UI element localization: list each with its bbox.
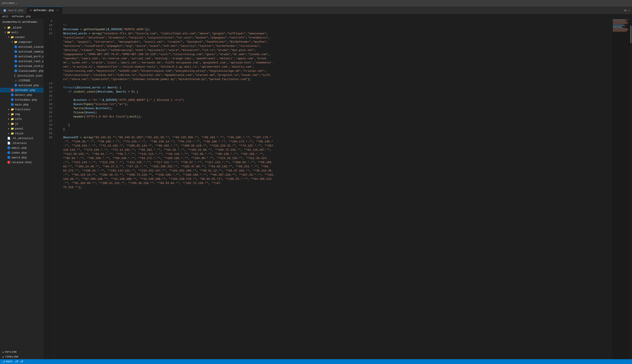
code-line-c16: "^85.64.*.*", "^85.250.*.*", "^89.138.*.… [58, 156, 612, 160]
tree-item-email[interactable]: 🔵 email.php [0, 146, 44, 150]
code-line-c12: .*", "^149.20.*.*", "^38.105.*.*", "^74.… [58, 140, 612, 144]
tree-item-defender[interactable]: 🔴 defender.php [0, 88, 44, 92]
tree-item-license[interactable]: ⚠ LICENSE [0, 78, 44, 83]
ln-c24 [48, 190, 52, 194]
file-classloader-icon: 🔵 [14, 69, 18, 72]
outline-header[interactable]: ▶ OUTLINE [0, 350, 44, 354]
ln-c15 [48, 152, 52, 156]
file-recaled-icon: 🔴 [7, 161, 11, 164]
timeline-header[interactable]: ▶ TIMELINE [0, 354, 44, 359]
ln-c4 [48, 48, 52, 52]
arrow-blank: ▶ [4, 26, 7, 29]
ln-c8 [48, 65, 52, 69]
outline-arrow: ▶ [3, 351, 5, 354]
arrow-js: ▶ [7, 122, 11, 125]
editor-content[interactable]: 9 10 11 12 13 14 15 16 17 [44, 19, 632, 359]
scrollbar-thumb[interactable] [630, 26, 631, 43]
tree-label-js: js [15, 122, 19, 126]
ln-c10 [48, 73, 52, 77]
file-main-icon: 🔵 [11, 103, 14, 106]
code-line-c15: "^212.50.193.*", "^69.65.*.*", "^50.7.*.… [58, 152, 612, 156]
tree-item-recaled[interactable]: 🔴 recaled.html [0, 160, 44, 165]
tab-defender[interactable]: ● defender.php × [27, 6, 63, 14]
folder-style-icon: 📁 [11, 132, 14, 135]
error-icon: ✕ [15, 360, 17, 363]
code-line-c18: 64.*", "^204.14.48.*", "^64.27.2.*", "^6… [58, 164, 612, 169]
tree-item-autoload-static[interactable]: 🔵 autoload_static.php [0, 64, 44, 68]
tree-item-style[interactable]: ▶ 📁 style [0, 131, 44, 136]
tree-item-htaccess[interactable]: 📄 .htaccess [0, 141, 44, 146]
tree-item-autoload-psr4[interactable]: 🔵 autoload_psr4.php [0, 54, 44, 59]
tree-item-autoload-real[interactable]: 🔵 autoload_real.php [0, 59, 44, 64]
tree-item-autoload-namesp[interactable]: 🔵 autoload_namesp... [0, 49, 44, 54]
ln-c12 [48, 140, 52, 144]
tabs-bar: ⬤ nword.php ● defender.php × ⊞ ⋯ [0, 6, 632, 14]
tree-item-info[interactable]: ▶ 📁 info [0, 116, 44, 122]
code-line-c10: "staircaseirony","stelkom.net","comrise.… [58, 73, 612, 77]
tree-item-nword[interactable]: 🔵 nword.php [0, 155, 44, 160]
code-line-15: if (substr_count($hostname, $word) > 0) … [58, 90, 612, 94]
more-actions-icon[interactable]: ⋯ [628, 8, 630, 12]
tree-label-autoload-namesp: autoload_namesp... [19, 50, 44, 54]
tree-item-installed-json[interactable]: { } installed.json [0, 73, 44, 78]
tree-label-autoload-real: autoload_real.php [19, 60, 44, 63]
timeline-arrow: ▶ [3, 356, 5, 358]
code-line-14: foreach($blocked_words as $word) { [58, 86, 612, 90]
code-line-c8: net','e-active.nl','downnotifier','onlin… [58, 65, 612, 69]
outline-label: OUTLINE [5, 351, 17, 353]
tree-item-index[interactable]: 🔵 index.php [0, 150, 44, 155]
code-line-c14: 126.144.*", "^173.194.*.*", "^72.14.192.… [58, 148, 612, 152]
tree-item-forbidden[interactable]: 🔵 forbidden.php [0, 97, 44, 102]
code-area: */ $hostname = gethostbyaddr($_SERVER['R… [55, 19, 612, 359]
breadcrumb-defender[interactable]: defender.php [12, 15, 31, 18]
tree-item-autoload[interactable]: 🔵 autoload.php [0, 83, 44, 88]
folder-anti-icon: 📂 [7, 31, 11, 34]
file-tree[interactable]: ▶ 📁 _blank ▼ 📂 anti ▼ 📂 vendor [0, 25, 44, 349]
tree-item-composer[interactable]: ▼ 📂 composer [0, 40, 44, 44]
tab-nword[interactable]: ⬤ nword.php [0, 6, 27, 14]
tab-nword-label: nword.php [8, 9, 23, 12]
tab-defender-label: defender.php [33, 9, 54, 12]
ln-c19 [48, 169, 52, 173]
vertical-scrollbar[interactable] [630, 19, 632, 359]
arrow-functions: ▶ [7, 108, 11, 111]
tree-item-vendor[interactable]: ▼ 📂 vendor [0, 35, 44, 40]
tree-label-main: main.php [15, 103, 29, 106]
tree-item-classloader[interactable]: 🔵 ClassLoader.php [0, 68, 44, 73]
tree-label-style: style [15, 132, 24, 135]
tree-item-js[interactable]: ▶ 📁 js [0, 122, 44, 126]
line-numbers: 9 10 11 12 13 14 15 16 17 [44, 19, 55, 359]
tree-item-autoload-classma[interactable]: 🔵 autoload_classma... [0, 44, 44, 49]
tree-item-ht-whitelist[interactable]: 📄 .ht_whitelist [0, 136, 44, 141]
tab-defender-close[interactable]: × [56, 9, 59, 12]
tree-item-main[interactable]: 🔵 main.php [0, 102, 44, 107]
file-email-icon: 🔵 [7, 146, 11, 150]
arrow-info: ▶ [7, 118, 11, 120]
tree-item-functions[interactable]: ▶ 📁 functions [0, 107, 44, 112]
ln-c9 [48, 69, 52, 73]
breadcrumb-anti[interactable]: anti [2, 15, 9, 18]
ln-13: 13 [48, 82, 52, 86]
breadcrumb-sep1: > [10, 15, 11, 18]
split-editor-icon[interactable]: ⊞ [624, 8, 626, 12]
file-namesp-icon: 🔵 [14, 50, 18, 54]
tree-label-ht-whitelist: .ht_whitelist [12, 137, 34, 140]
tree-item-panel[interactable]: ▶ 📁 panel [0, 126, 44, 131]
folder-blank-icon: 📁 [7, 26, 11, 29]
tree-label-info: info [15, 118, 22, 121]
tree-item-detect[interactable]: 🔵 detect.php [0, 92, 44, 97]
tree-label-autoload: autoload.php [19, 84, 39, 87]
explorer-menu-icon[interactable]: ⋯ [16, 2, 18, 5]
tree-item-anti[interactable]: ▼ 📂 anti [0, 30, 44, 35]
tree-label-img: img [15, 113, 20, 116]
code-line-17: $content = "#> ".$_SERVER['HTTP_USER_AGE… [58, 98, 612, 102]
ln-17: 17 [48, 98, 52, 102]
ln-c18 [48, 164, 52, 169]
tree-item-blank[interactable]: ▶ 📁 _blank [0, 25, 44, 30]
tree-label-installed-json: installed.json [19, 74, 42, 78]
file-static-icon: 🔵 [14, 64, 18, 68]
folder-js-icon: 📁 [11, 122, 14, 126]
tree-item-img[interactable]: ▶ 📁 img [0, 112, 44, 116]
file-forbidden-icon: 🔵 [11, 98, 14, 102]
tree-label-autoload-psr4: autoload_psr4.php [19, 55, 44, 58]
